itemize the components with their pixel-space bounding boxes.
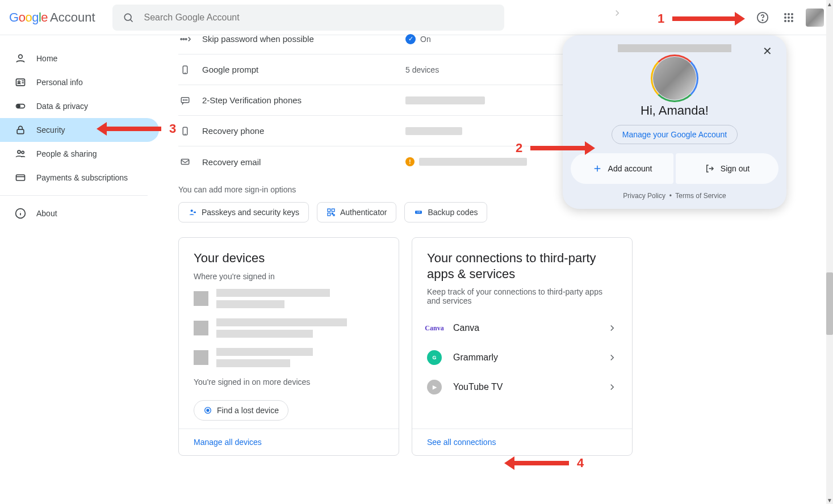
sidebar-item-personal-info[interactable]: Personal info: [0, 70, 159, 94]
sidebar-item-label: Payments & subscriptions: [36, 173, 128, 182]
svg-rect-46: [333, 215, 334, 216]
device-icon: [194, 321, 208, 335]
scrollbar-up-arrow[interactable]: ▲: [826, 0, 833, 8]
add-account-button[interactable]: Add account: [571, 153, 673, 184]
svg-point-4: [784, 13, 786, 15]
apps-icon[interactable]: [780, 9, 798, 27]
svg-point-5: [788, 13, 790, 15]
svg-point-10: [784, 20, 786, 22]
find-lost-device-button[interactable]: Find a lost device: [194, 400, 288, 421]
logo[interactable]: Google Account: [9, 10, 95, 25]
svg-rect-41: [194, 212, 196, 213]
manage-account-button[interactable]: Manage your Google Account: [612, 125, 738, 144]
chevron-right-icon: [607, 382, 617, 392]
connection-item-canva[interactable]: Canva Canva: [427, 313, 617, 343]
sms-icon: [180, 95, 190, 106]
chip-authenticator[interactable]: Authenticator: [317, 202, 397, 222]
svg-rect-42: [328, 209, 330, 212]
devices-subtitle: Where you're signed in: [194, 272, 384, 281]
target-icon: [203, 406, 212, 415]
sidebar-item-label: Personal info: [36, 78, 83, 87]
svg-point-30: [185, 38, 187, 40]
privacy-policy-link[interactable]: Privacy Policy: [623, 192, 665, 200]
codes-icon: 123: [414, 208, 423, 217]
svg-point-22: [22, 151, 24, 153]
devices-title: Your devices: [194, 250, 384, 266]
sidebar-item-security[interactable]: Security: [0, 118, 159, 142]
svg-point-11: [788, 20, 790, 22]
device-icon: [180, 126, 190, 136]
account-avatar[interactable]: [806, 9, 824, 27]
device-icon: [194, 291, 208, 306]
scrollbar-down-arrow[interactable]: ▼: [826, 496, 833, 504]
chip-label: Authenticator: [340, 208, 387, 217]
sidebar-item-about[interactable]: About: [0, 201, 159, 225]
svg-text:123: 123: [417, 211, 421, 213]
button-label: Find a lost device: [217, 406, 279, 415]
help-icon[interactable]: [754, 9, 772, 27]
svg-point-7: [784, 16, 786, 19]
svg-point-36: [186, 99, 187, 100]
svg-rect-45: [332, 213, 333, 214]
chevron-right-icon: [607, 352, 617, 363]
popover-close-button[interactable]: ✕: [759, 43, 775, 59]
redacted-value: [216, 330, 313, 338]
sign-out-button[interactable]: Sign out: [676, 153, 778, 184]
chevron-right-icon: [607, 323, 617, 333]
row-label: Recovery phone: [202, 126, 395, 136]
chip-passkeys[interactable]: Passkeys and security keys: [178, 202, 309, 222]
svg-rect-20: [17, 129, 24, 134]
svg-rect-39: [181, 159, 189, 165]
passkey-icon: [188, 208, 197, 217]
device-item[interactable]: [194, 318, 384, 338]
row-label: Recovery email: [202, 157, 395, 167]
redacted-value: [216, 348, 313, 356]
redacted-value: [405, 96, 485, 104]
scrollbar-thumb[interactable]: [826, 272, 833, 335]
sidebar-item-payments[interactable]: Payments & subscriptions: [0, 166, 159, 190]
sidebar-item-label: About: [36, 209, 57, 218]
terms-of-service-link[interactable]: Terms of Service: [675, 192, 726, 200]
manage-all-devices-link[interactable]: Manage all devices: [194, 438, 262, 447]
popover-greeting: Hi, Amanda!: [571, 103, 778, 118]
connection-item-grammarly[interactable]: G Grammarly: [427, 343, 617, 372]
logo-google: Google: [9, 10, 48, 25]
connections-subtitle: Keep track of your connections to third-…: [427, 287, 617, 305]
annotation-4: 4: [504, 456, 584, 471]
device-item[interactable]: [194, 289, 384, 308]
sidebar-item-home[interactable]: Home: [0, 47, 159, 70]
sidebar-item-label: Security: [36, 125, 65, 135]
redacted-value: [405, 127, 462, 135]
plus-icon: [592, 163, 602, 174]
device-item[interactable]: [194, 348, 384, 367]
sidebar-item-data-privacy[interactable]: Data & privacy: [0, 94, 159, 118]
search-input[interactable]: [144, 12, 494, 23]
row-value: 5 devices: [405, 65, 439, 74]
sidebar-item-people-sharing[interactable]: People & sharing: [0, 142, 159, 166]
see-all-connections-link[interactable]: See all connections: [427, 438, 496, 447]
phone-icon: [180, 65, 190, 75]
page-scrollbar[interactable]: ▲ ▼: [826, 0, 833, 504]
mail-icon: [180, 157, 190, 167]
logo-product: Account: [50, 10, 95, 25]
svg-point-21: [18, 150, 20, 153]
sidebar-separator: [0, 195, 148, 196]
tab-scroll-right-icon[interactable]: [612, 8, 622, 18]
svg-rect-44: [328, 213, 330, 216]
row-label: Skip password when possible: [202, 34, 395, 44]
chip-backup-codes[interactable]: 123 Backup codes: [404, 202, 487, 222]
connections-card: Your connections to third-party apps & s…: [412, 237, 633, 456]
connection-label: YouTube TV: [453, 382, 503, 392]
svg-point-50: [207, 409, 209, 411]
svg-point-0: [124, 14, 131, 20]
sign-out-icon: [705, 163, 715, 174]
row-value: On: [420, 35, 431, 44]
connection-item-youtube-tv[interactable]: ▶ YouTube TV: [427, 372, 617, 402]
svg-point-19: [17, 105, 20, 108]
row-label: 2-Step Verification phones: [202, 95, 395, 105]
chip-label: Backup codes: [428, 208, 478, 217]
svg-line-1: [130, 19, 132, 22]
redacted-value: [216, 289, 330, 297]
devices-card: Your devices Where you're signed in You'…: [178, 237, 399, 456]
grammarly-icon: G: [427, 350, 442, 365]
